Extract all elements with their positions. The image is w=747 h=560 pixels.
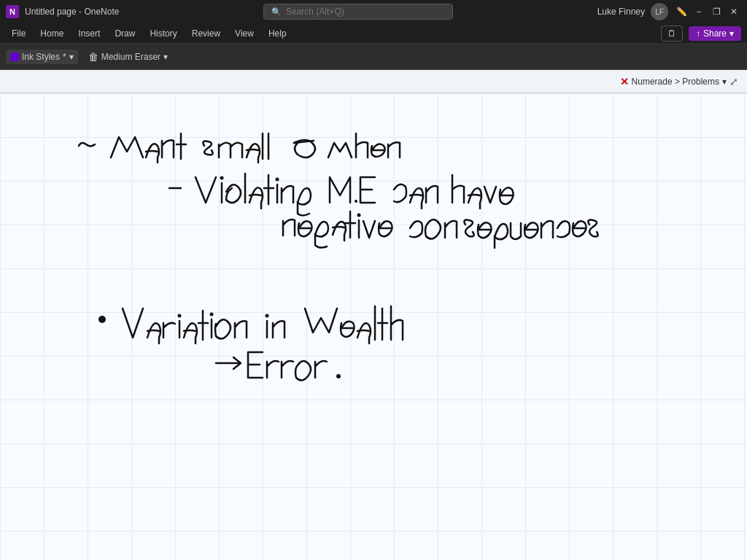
- toolbar: Ink Styles * ▾ 🗑 Medium Eraser ▾: [0, 44, 747, 70]
- ink-styles-label: Ink Styles: [22, 52, 60, 62]
- eraser-dropdown-icon: ▾: [163, 52, 168, 62]
- search-box[interactable]: 🔍: [263, 4, 453, 20]
- svg-point-0: [220, 176, 224, 180]
- pen-tool-icon[interactable]: ✏️: [674, 4, 689, 19]
- svg-point-1: [276, 178, 279, 182]
- search-icon: 🔍: [271, 7, 282, 17]
- user-area: Luke Finney LF: [597, 3, 668, 20]
- menu-bar-right: 🗒 ↑ Share ▾: [661, 26, 741, 42]
- handwritten-notes-svg: [0, 93, 747, 560]
- ink-color-indicator: [10, 52, 19, 61]
- share-chevron-icon: ▾: [729, 28, 734, 39]
- menu-home[interactable]: Home: [34, 27, 69, 40]
- canvas-area[interactable]: [0, 93, 747, 560]
- menu-history[interactable]: History: [144, 27, 182, 40]
- panel-bar: ✕ Numerade > Problems ▾ ⤢: [0, 70, 747, 93]
- panel-breadcrumb: Numerade > Problems ▾: [632, 77, 727, 87]
- title-bar-right: Luke Finney LF ✏️ − ❐ ✕: [597, 3, 741, 20]
- share-label: Share: [703, 28, 727, 39]
- svg-point-2: [355, 200, 357, 203]
- svg-point-4: [98, 316, 106, 323]
- menu-file[interactable]: File: [6, 27, 31, 40]
- title-bar-center: 🔍: [119, 4, 597, 20]
- search-input[interactable]: [286, 7, 432, 17]
- ink-styles-modified-indicator: *: [63, 52, 66, 62]
- title-bar-left: N Untitled page - OneNote: [6, 5, 119, 18]
- menu-insert[interactable]: Insert: [72, 27, 106, 40]
- window-title: Untitled page - OneNote: [25, 7, 119, 17]
- window-controls: ✏️ − ❐ ✕: [674, 4, 741, 19]
- maximize-button[interactable]: ❐: [709, 4, 724, 19]
- svg-point-7: [266, 314, 269, 318]
- menu-help[interactable]: Help: [263, 27, 293, 40]
- close-button[interactable]: ✕: [727, 4, 741, 19]
- panel-close-icon[interactable]: ✕: [620, 76, 629, 88]
- ink-styles-dropdown-icon: ▾: [69, 52, 74, 62]
- menu-bar: File Home Insert Draw History Review Vie…: [0, 23, 747, 44]
- user-name: Luke Finney: [597, 7, 645, 17]
- notebooks-button[interactable]: 🗒: [661, 26, 683, 42]
- share-button[interactable]: ↑ Share ▾: [689, 26, 741, 41]
- eraser-label: Medium Eraser: [101, 52, 160, 62]
- svg-point-8: [336, 374, 341, 378]
- share-icon: ↑: [696, 28, 700, 39]
- eraser-icon: 🗑: [88, 51, 98, 63]
- minimize-button[interactable]: −: [692, 4, 706, 19]
- svg-point-5: [178, 314, 182, 318]
- svg-point-3: [357, 214, 361, 217]
- ink-styles-button[interactable]: Ink Styles * ▾: [6, 50, 78, 64]
- onenote-app-icon: N: [6, 5, 19, 18]
- medium-eraser-button[interactable]: 🗑 Medium Eraser ▾: [84, 49, 172, 65]
- avatar: LF: [651, 3, 668, 20]
- svg-point-6: [210, 313, 214, 316]
- panel-expand-button[interactable]: ⤢: [727, 74, 741, 89]
- title-bar: N Untitled page - OneNote 🔍 Luke Finney …: [0, 0, 747, 23]
- menu-view[interactable]: View: [229, 27, 260, 40]
- menu-review[interactable]: Review: [186, 27, 226, 40]
- menu-draw[interactable]: Draw: [109, 27, 141, 40]
